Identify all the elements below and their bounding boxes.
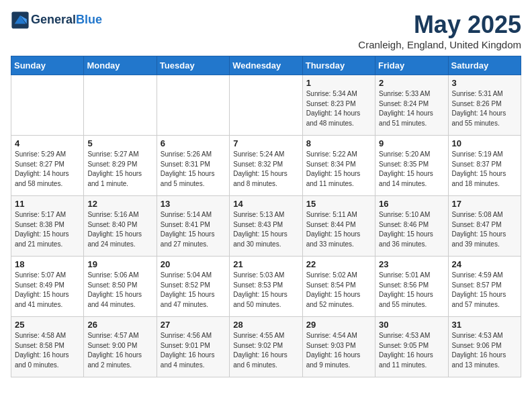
day-info: Sunrise: 5:13 AM Sunset: 8:43 PM Dayligh…: [233, 210, 298, 249]
location: Cranleigh, England, United Kingdom: [358, 39, 521, 50]
day-number: 25: [15, 320, 80, 330]
day-info: Sunrise: 5:19 AM Sunset: 8:37 PM Dayligh…: [452, 150, 517, 189]
calendar-cell: 12Sunrise: 5:16 AM Sunset: 8:40 PM Dayli…: [84, 196, 157, 257]
day-info: Sunrise: 5:08 AM Sunset: 8:47 PM Dayligh…: [452, 210, 517, 249]
day-info: Sunrise: 5:01 AM Sunset: 8:56 PM Dayligh…: [379, 271, 444, 310]
calendar-cell: 2Sunrise: 5:33 AM Sunset: 8:24 PM Daylig…: [375, 75, 448, 136]
day-info: Sunrise: 5:04 AM Sunset: 8:52 PM Dayligh…: [161, 271, 226, 310]
calendar-cell: 14Sunrise: 5:13 AM Sunset: 8:43 PM Dayli…: [230, 196, 302, 257]
day-info: Sunrise: 5:02 AM Sunset: 8:54 PM Dayligh…: [306, 271, 371, 310]
day-info: Sunrise: 5:17 AM Sunset: 8:38 PM Dayligh…: [15, 210, 80, 249]
calendar-week-row: 18Sunrise: 5:07 AM Sunset: 8:49 PM Dayli…: [11, 257, 521, 317]
day-info: Sunrise: 5:34 AM Sunset: 8:23 PM Dayligh…: [306, 89, 371, 128]
calendar-cell: 17Sunrise: 5:08 AM Sunset: 8:47 PM Dayli…: [448, 196, 521, 257]
calendar-cell: 30Sunrise: 4:53 AM Sunset: 9:05 PM Dayli…: [375, 317, 448, 377]
calendar-cell: 24Sunrise: 4:59 AM Sunset: 8:57 PM Dayli…: [448, 257, 521, 317]
day-number: 31: [452, 320, 517, 330]
day-number: 4: [15, 138, 80, 148]
day-info: Sunrise: 4:57 AM Sunset: 9:00 PM Dayligh…: [87, 331, 152, 370]
weekday-header-row: SundayMondayTuesdayWednesdayThursdayFrid…: [11, 56, 521, 75]
calendar-cell: 5Sunrise: 5:27 AM Sunset: 8:29 PM Daylig…: [84, 136, 157, 196]
calendar-cell: 10Sunrise: 5:19 AM Sunset: 8:37 PM Dayli…: [448, 136, 521, 196]
day-number: 10: [452, 138, 517, 148]
calendar-cell: 15Sunrise: 5:11 AM Sunset: 8:44 PM Dayli…: [302, 196, 375, 257]
calendar-cell: 21Sunrise: 5:03 AM Sunset: 8:53 PM Dayli…: [230, 257, 302, 317]
weekday-header-sunday: Sunday: [11, 56, 84, 75]
logo-icon: [11, 11, 30, 30]
day-number: 30: [379, 320, 444, 330]
calendar-cell: 1Sunrise: 5:34 AM Sunset: 8:23 PM Daylig…: [302, 75, 375, 136]
day-info: Sunrise: 4:55 AM Sunset: 9:02 PM Dayligh…: [233, 331, 298, 370]
day-info: Sunrise: 5:03 AM Sunset: 8:53 PM Dayligh…: [233, 271, 298, 310]
day-info: Sunrise: 5:27 AM Sunset: 8:29 PM Dayligh…: [87, 150, 152, 189]
day-number: 5: [87, 138, 152, 148]
calendar-week-row: 1Sunrise: 5:34 AM Sunset: 8:23 PM Daylig…: [11, 75, 521, 136]
calendar-cell: 4Sunrise: 5:29 AM Sunset: 8:27 PM Daylig…: [11, 136, 84, 196]
day-info: Sunrise: 4:54 AM Sunset: 9:03 PM Dayligh…: [306, 331, 371, 370]
day-number: 21: [233, 259, 298, 269]
day-number: 17: [452, 199, 517, 209]
day-info: Sunrise: 5:24 AM Sunset: 8:32 PM Dayligh…: [233, 150, 298, 189]
day-number: 13: [161, 199, 226, 209]
day-info: Sunrise: 5:31 AM Sunset: 8:26 PM Dayligh…: [452, 89, 517, 128]
day-info: Sunrise: 5:26 AM Sunset: 8:31 PM Dayligh…: [161, 150, 226, 189]
day-number: 1: [306, 78, 371, 88]
calendar-cell: 16Sunrise: 5:10 AM Sunset: 8:46 PM Dayli…: [375, 196, 448, 257]
day-info: Sunrise: 5:07 AM Sunset: 8:49 PM Dayligh…: [15, 271, 80, 310]
calendar-cell: [157, 75, 229, 136]
calendar-cell: 6Sunrise: 5:26 AM Sunset: 8:31 PM Daylig…: [157, 136, 229, 196]
weekday-header-wednesday: Wednesday: [230, 56, 302, 75]
calendar-week-row: 4Sunrise: 5:29 AM Sunset: 8:27 PM Daylig…: [11, 136, 521, 196]
calendar-week-row: 25Sunrise: 4:58 AM Sunset: 8:58 PM Dayli…: [11, 317, 521, 377]
calendar-cell: 11Sunrise: 5:17 AM Sunset: 8:38 PM Dayli…: [11, 196, 84, 257]
day-number: 9: [379, 138, 444, 148]
day-number: 14: [233, 199, 298, 209]
day-number: 7: [233, 138, 298, 148]
day-number: 8: [306, 138, 371, 148]
day-number: 23: [379, 259, 444, 269]
day-number: 22: [306, 259, 371, 269]
calendar-cell: [230, 75, 302, 136]
day-info: Sunrise: 5:20 AM Sunset: 8:35 PM Dayligh…: [379, 150, 444, 189]
day-number: 15: [306, 199, 371, 209]
calendar-cell: 23Sunrise: 5:01 AM Sunset: 8:56 PM Dayli…: [375, 257, 448, 317]
calendar-cell: 25Sunrise: 4:58 AM Sunset: 8:58 PM Dayli…: [11, 317, 84, 377]
day-number: 20: [161, 259, 226, 269]
logo: GeneralBlue: [11, 11, 102, 30]
calendar-table: SundayMondayTuesdayWednesdayThursdayFrid…: [11, 56, 521, 377]
calendar-cell: 9Sunrise: 5:20 AM Sunset: 8:35 PM Daylig…: [375, 136, 448, 196]
calendar-cell: 22Sunrise: 5:02 AM Sunset: 8:54 PM Dayli…: [302, 257, 375, 317]
weekday-header-friday: Friday: [375, 56, 448, 75]
calendar-cell: 29Sunrise: 4:54 AM Sunset: 9:03 PM Dayli…: [302, 317, 375, 377]
day-info: Sunrise: 5:06 AM Sunset: 8:50 PM Dayligh…: [87, 271, 152, 310]
calendar-cell: 18Sunrise: 5:07 AM Sunset: 8:49 PM Dayli…: [11, 257, 84, 317]
weekday-header-tuesday: Tuesday: [157, 56, 229, 75]
day-info: Sunrise: 5:11 AM Sunset: 8:44 PM Dayligh…: [306, 210, 371, 249]
day-info: Sunrise: 5:22 AM Sunset: 8:34 PM Dayligh…: [306, 150, 371, 189]
page-header: GeneralBlue May 2025 Cranleigh, England,…: [11, 11, 521, 50]
day-info: Sunrise: 4:53 AM Sunset: 9:06 PM Dayligh…: [452, 331, 517, 370]
day-info: Sunrise: 4:56 AM Sunset: 9:01 PM Dayligh…: [161, 331, 226, 370]
day-number: 16: [379, 199, 444, 209]
day-number: 6: [161, 138, 226, 148]
day-number: 28: [233, 320, 298, 330]
day-number: 26: [87, 320, 152, 330]
day-number: 2: [379, 78, 444, 88]
calendar-cell: 3Sunrise: 5:31 AM Sunset: 8:26 PM Daylig…: [448, 75, 521, 136]
calendar-cell: 28Sunrise: 4:55 AM Sunset: 9:02 PM Dayli…: [230, 317, 302, 377]
calendar-cell: 7Sunrise: 5:24 AM Sunset: 8:32 PM Daylig…: [230, 136, 302, 196]
day-info: Sunrise: 5:29 AM Sunset: 8:27 PM Dayligh…: [15, 150, 80, 189]
title-block: May 2025 Cranleigh, England, United King…: [358, 11, 521, 50]
weekday-header-monday: Monday: [84, 56, 157, 75]
day-info: Sunrise: 4:58 AM Sunset: 8:58 PM Dayligh…: [15, 331, 80, 370]
day-number: 27: [161, 320, 226, 330]
calendar-cell: 27Sunrise: 4:56 AM Sunset: 9:01 PM Dayli…: [157, 317, 229, 377]
day-info: Sunrise: 4:53 AM Sunset: 9:05 PM Dayligh…: [379, 331, 444, 370]
day-number: 18: [15, 259, 80, 269]
day-number: 19: [87, 259, 152, 269]
day-info: Sunrise: 5:14 AM Sunset: 8:41 PM Dayligh…: [161, 210, 226, 249]
day-number: 11: [15, 199, 80, 209]
day-number: 29: [306, 320, 371, 330]
calendar-cell: [84, 75, 157, 136]
calendar-cell: 19Sunrise: 5:06 AM Sunset: 8:50 PM Dayli…: [84, 257, 157, 317]
